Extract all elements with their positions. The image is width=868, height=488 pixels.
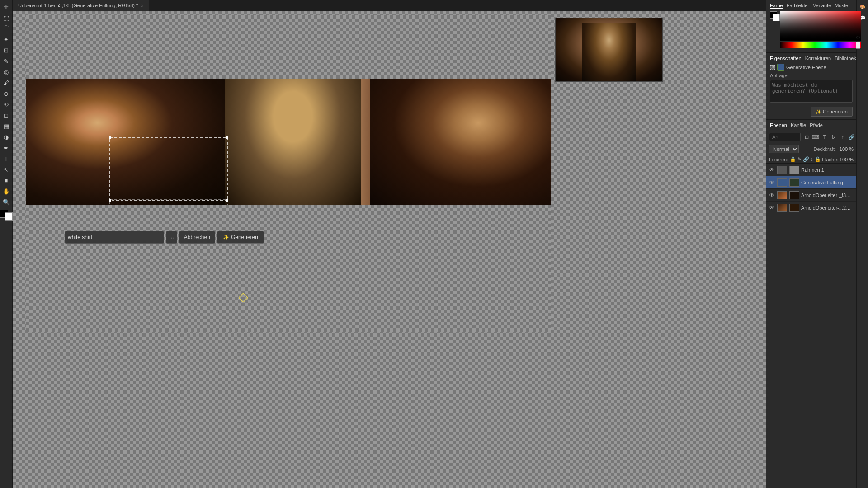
thumb-a1 [778,192,787,199]
hue-slider-handle[interactable] [856,42,860,49]
layer-thumb-arnold2b [789,204,799,212]
eyedropper-tool[interactable]: ✎ [1,56,11,66]
layer-mask-rahmen [789,166,799,174]
layer-thumb-rahmen [777,166,787,174]
selection-rect-tool[interactable]: ⬚ [1,13,11,23]
generieren-panel-label: Generieren [823,109,848,114]
layers-search-input[interactable] [769,133,801,141]
color-picker-gradient[interactable] [780,11,861,41]
canvas-document[interactable]: ··· Abbrechen ✨ Generieren [26,15,551,332]
bg-color-swatch[interactable] [773,14,780,21]
pen-tool[interactable]: ✒ [1,143,11,153]
hand-tool[interactable]: ✋ [1,186,11,196]
prompt-input[interactable] [68,234,161,240]
blend-mode-select[interactable]: Normal [769,145,799,153]
lock-icons: 🔒 ✎ 🔗 ↕ 🔒 [790,156,821,162]
fixieren-label: Fixieren: [769,157,788,162]
visibility-eye-arnold2[interactable]: 👁 [769,205,775,211]
main-area: Unbenannt-1 bei 53,1% (Generative Füllun… [13,0,766,488]
generate-label: Generieren [231,234,258,240]
visibility-eye-generative[interactable]: 👁 [769,179,775,186]
options-dots-button[interactable]: ··· [166,231,177,244]
layer-thumb-gen2 [789,178,799,187]
layer-thumb-gen1 [777,178,787,187]
layer-thumb-arnold1b [789,191,799,199]
tab-korrekturen[interactable]: Korrekturen [805,56,831,61]
tab-farbe[interactable]: Farbe [770,3,783,9]
tab-pfade[interactable]: Pfade [810,122,823,128]
contextual-toolbar: ··· Abbrechen ✨ Generieren [65,231,264,244]
layers-panel: Ebenen Kanäle Pfade ⊞ ⌨ T fx ↑ 🔗 🔒 Norma… [766,120,856,488]
image-strip [26,79,551,205]
path-select-tool[interactable]: ↖ [1,164,11,174]
generate-button-contextual[interactable]: ✨ Generieren [217,231,264,244]
brush-tool[interactable]: 🖌 [1,78,11,88]
right-icon-strip: 🎨 💬 [856,0,868,488]
dodge-tool[interactable]: ◑ [1,132,11,142]
generieren-panel-button[interactable]: ✨ Generieren [811,107,853,117]
right-person [370,79,551,205]
thumb-content [778,166,787,174]
tab-kanaele[interactable]: Kanäle [791,122,806,128]
zoom-tool[interactable]: 🔍 [1,197,11,207]
color-panel-toggle[interactable]: 🎨 [858,2,868,12]
layer-item-generative[interactable]: 👁 Generative Füllung [766,176,856,189]
new-group-button[interactable]: T [821,133,829,141]
background-color[interactable] [5,212,13,221]
layer-name-generative: Generative Füllung [801,180,854,185]
gradient-tool[interactable]: ▦ [1,121,11,131]
opacity-value: 100 % [838,146,854,152]
thumb-a1b [790,192,799,199]
shape-tool[interactable]: ■ [1,175,11,185]
cancel-button[interactable]: Abbrechen [179,231,215,244]
eraser-tool[interactable]: ◻ [1,110,11,120]
thumb-gen1 [778,179,787,186]
flaeche-value: 100 % [840,157,854,162]
tab-farbfelder[interactable]: Farbfelder [787,3,809,9]
crop-tool[interactable]: ⊡ [1,45,11,55]
color-panel: Farbe Farbfelder Verläufe Muster [766,0,856,53]
spot-heal-tool[interactable]: ◎ [1,67,11,77]
visibility-eye-arnold1[interactable]: 👁 [769,192,775,198]
clone-tool[interactable]: ⊕ [1,89,11,99]
mask-button[interactable]: ↑ [839,133,847,141]
color-picker-handle[interactable] [856,36,860,39]
left-person [26,79,230,205]
layer-item-rahmen[interactable]: 👁 Rahmen 1 [766,164,856,176]
fg-bg-colors[interactable] [0,210,13,221]
hue-slider[interactable] [780,42,861,48]
effects-button[interactable]: fx [830,133,838,141]
tab-muster[interactable]: Muster [835,3,850,9]
tab-title: Unbenannt-1 bei 53,1% (Generative Füllun… [18,3,138,8]
prompt-input-wrapper [65,231,164,244]
visibility-eye-rahmen[interactable]: 👁 [769,167,775,173]
text-tool[interactable]: T [1,154,11,164]
properties-panel: Eigenschaften Korrekturen Bibliotheken 🖼… [766,53,856,120]
active-tab[interactable]: Unbenannt-1 bei 53,1% (Generative Füllun… [13,0,149,11]
lasso-tool[interactable]: ⌒ [1,23,11,33]
tab-close-button[interactable]: × [141,3,143,8]
thumb-gen2 [790,179,799,186]
layers-toolbar: ⊞ ⌨ T fx ↑ 🔗 🔒 [766,131,856,143]
history-brush-tool[interactable]: ⟲ [1,99,11,109]
filter-type-button[interactable]: ⌨ [811,133,820,141]
canvas-top-transparent [26,15,551,79]
tab-verlaeufe[interactable]: Verläufe [813,3,831,9]
layers-icons: ⊞ ⌨ T fx ↑ 🔗 🔒 [802,133,856,141]
thumb-a2b [790,204,799,211]
layer-thumb-arnold2a [777,204,787,212]
concert-bg [26,79,551,205]
cursor-indicator [239,293,248,302]
move-tool[interactable]: ✛ [1,2,11,12]
tab-ebenen[interactable]: Ebenen [770,122,787,128]
filter-kind-button[interactable]: ⊞ [802,133,811,141]
fill-row: Fixieren: 🔒 ✎ 🔗 ↕ 🔒 Fläche: 100 % [766,155,856,164]
layers-tabs: Ebenen Kanäle Pfade [766,120,856,131]
canvas-bottom-transparent [26,205,551,332]
magic-wand-tool[interactable]: ✦ [1,34,11,44]
layer-item-arnold2[interactable]: 👁 ArnoldOberleiter-...2d-e17873a531ac [766,202,856,214]
abfrage-textarea[interactable] [770,80,853,103]
layer-item-arnold1[interactable]: 👁 ArnoldOberleiter-_f3e-76598e030679 [766,189,856,202]
tab-eigenschaften[interactable]: Eigenschaften [770,56,802,61]
link-button[interactable]: 🔗 [848,133,856,141]
